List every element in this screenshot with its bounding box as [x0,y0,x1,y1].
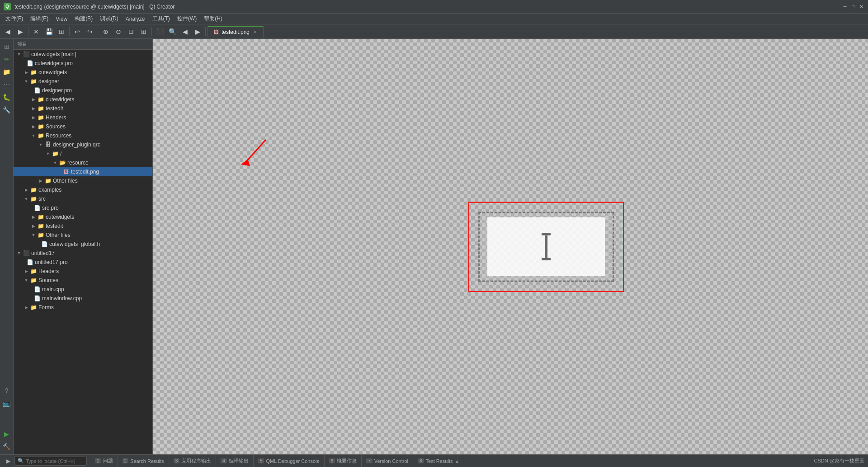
menu-controls[interactable]: 控件(W) [174,14,200,24]
minimize-button[interactable]: ─ [842,4,848,10]
tree-untitled17-sources[interactable]: ▼ 📁 Sources [14,276,152,285]
panel-header: 项目 [14,39,152,50]
sidebar-icon-run[interactable]: ▶ [1,428,13,440]
tree-cutewidgets-main[interactable]: ▼ ⬛ cutewidgets [main] [14,50,152,59]
tree-item-label: cutewidgets [38,69,67,75]
menu-help[interactable]: 帮助(H) [200,14,226,24]
undo-button[interactable]: ↩ [71,26,83,38]
tree-arrow: ▶ [30,213,37,221]
search-img-button[interactable]: 🔍 [166,26,178,38]
image-container [468,202,624,292]
tree-headers[interactable]: ▶ 📁 Headers [14,113,152,122]
tree-item-label: designer_plugin.qrc [53,142,100,148]
status-tab-search-results[interactable]: 2 Search Results [118,455,169,467]
tree-untitled17-headers[interactable]: ▶ 📁 Headers [14,267,152,276]
tree-designer[interactable]: ▼ 📁 designer [14,77,152,86]
sidebar-icon-help[interactable]: ? [1,385,13,396]
status-tab-test-results[interactable]: 8 Test Results ▲ [413,455,464,467]
tree-root-slash[interactable]: ▼ 📁 / [14,149,152,158]
tree-resources[interactable]: ▼ 📁 Resources [14,131,152,140]
status-tab-compile-output[interactable]: 4 编译输出 [216,455,254,467]
tab-num: 8 [418,458,424,463]
tree-cutewidgets-folder[interactable]: ▶ 📁 cutewidgets [14,68,152,77]
tree-designer-plugin-qrc[interactable]: ▼ 🗄 designer_plugin.qrc [14,140,152,149]
zoom-in-button[interactable]: ⊕ [100,26,112,38]
file-qrc-icon: 🗄 [44,141,52,148]
sidebar-icon-tools[interactable]: 🔧 [1,104,13,116]
tree-testedit-png[interactable]: 🖼 testedit.png [14,167,152,176]
next-img-button[interactable]: ▶ [192,26,203,38]
tab-label: Search Results [130,458,164,464]
tree-item-label: cutewidgets [46,96,74,103]
tree-examples[interactable]: ▶ 📁 examples [14,185,152,194]
menu-edit[interactable]: 编辑(E) [27,14,52,24]
tree-resource[interactable]: ▼ 📂 resource [14,158,152,167]
tab-close-button[interactable]: ✕ [252,29,258,35]
folder-blue-icon: 📁 [37,114,44,121]
status-tab-qml-debugger[interactable]: 5 QML Debugger Console [254,455,325,467]
new-button[interactable]: ✕ [30,26,42,38]
file-pro-icon: 📄 [33,87,41,94]
tree-src-testedit[interactable]: ▶ 📁 testedit [14,222,152,231]
menu-file[interactable]: 文件(F) [2,14,27,24]
export-button[interactable]: ⬛ [154,26,165,38]
save-all-button[interactable]: ⊞ [56,26,67,38]
sidebar-icon-build[interactable]: 🔨 [1,441,13,453]
save-button[interactable]: 💾 [43,26,55,38]
tree-other-files-designer[interactable]: ▶ 📁 Other files [14,176,152,185]
menu-build[interactable]: 构建(B) [71,14,96,24]
redo-button[interactable]: ↪ [84,26,96,38]
menu-analyze[interactable]: Analyze [122,14,149,24]
tree-mainwindow-cpp[interactable]: 📄 mainwindow.cpp [14,294,152,303]
tree-untitled17-pro[interactable]: 📄 untitled17.pro [14,258,152,267]
tree-cutewidgets-pro[interactable]: 📄 cutewidgets.pro [14,59,152,68]
tree-testedit[interactable]: ▶ 📁 testedit [14,104,152,113]
tree-src-cutewidgets[interactable]: ▶ 📁 cutewidgets [14,212,152,222]
status-tab-overview[interactable]: 6 概要信息 [325,455,362,467]
tree-designer-cutewidgets[interactable]: ▶ 📁 cutewidgets [14,95,152,104]
back-button[interactable]: ◀ [2,26,14,38]
sidebar-icon-project[interactable]: 📁 [1,66,13,78]
search-input[interactable] [26,458,84,464]
prev-img-button[interactable]: ◀ [179,26,191,38]
tree-other-files-src[interactable]: ▼ 📁 Other files [14,231,152,240]
tree-cutewidgets-global-h[interactable]: 📄 cutewidgets_global.h [14,240,152,249]
maximize-button[interactable]: □ [850,4,856,10]
tree-arrow: ▼ [23,78,30,85]
sidebar-icon-locator[interactable]: ⋯ [1,79,13,90]
tab-testedit-png[interactable]: 🖼 testedit.png ✕ [208,26,264,38]
tab-label: testedit.png [222,29,250,35]
status-tab-version-control[interactable]: 7 Version Control [362,455,413,467]
menu-debug[interactable]: 调试(D) [96,14,122,24]
status-debug-button[interactable]: ▶ [4,457,13,466]
file-cpp-icon: 📄 [33,295,41,302]
status-tab-app-output[interactable]: 3 应用程序输出 [169,455,217,467]
tree-area[interactable]: ▼ ⬛ cutewidgets [main] 📄 cutewidgets.pro… [14,50,152,454]
tree-untitled17-forms[interactable]: ▶ 📁 Forms [14,303,152,312]
tree-item-label: untitled17 [31,250,55,256]
folder-icon: 📁 [30,195,37,203]
menu-tools[interactable]: 工具(T) [149,14,174,24]
menu-view[interactable]: View [52,14,71,24]
left-sidebar-icons: ⊞ ✏ 📁 ⋯ 🐛 🔧 ? 📺 ▶ 🔨 [0,39,14,454]
file-cpp-icon: 📄 [33,286,41,293]
tree-sources-designer[interactable]: ▶ 📁 Sources [14,122,152,131]
close-button[interactable]: ✕ [858,4,864,10]
zoom-actual-button[interactable]: ⊞ [138,26,150,38]
sidebar-icon-edit[interactable]: ✏ [1,53,13,65]
tree-designer-pro[interactable]: 📄 designer.pro [14,86,152,95]
tree-arrow [23,60,26,67]
tree-src-pro[interactable]: 📄 src.pro [14,203,152,212]
status-tab-issues[interactable]: 1 问题 [90,455,118,467]
sidebar-icon-output[interactable]: 📺 [1,397,13,409]
zoom-out-button[interactable]: ⊖ [113,26,124,38]
tree-main-cpp[interactable]: 📄 main.cpp [14,285,152,294]
search-box[interactable]: 🔍 [14,457,87,466]
forward-button[interactable]: ▶ [14,26,26,38]
sidebar-icon-debug[interactable]: 🐛 [1,91,13,103]
tree-src[interactable]: ▼ 📁 src [14,194,152,203]
tree-untitled17[interactable]: ▼ ⬛ untitled17 [14,249,152,258]
zoom-fit-button[interactable]: ⊡ [125,26,137,38]
sidebar-icon-apps[interactable]: ⊞ [1,41,13,52]
tree-item-label: Other files [46,232,71,238]
